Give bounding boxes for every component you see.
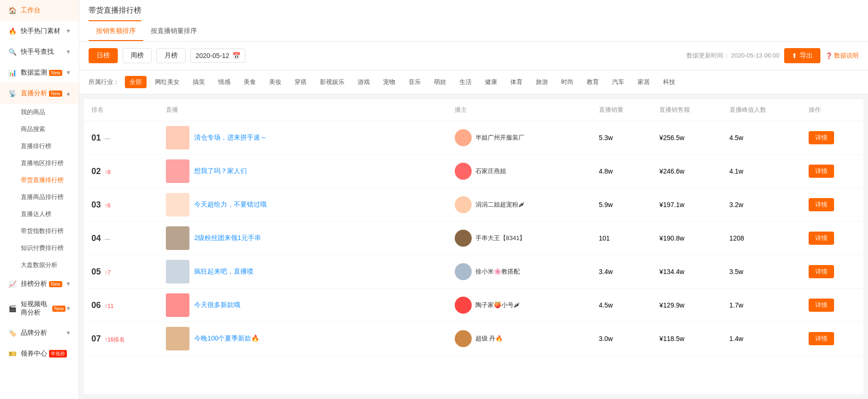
sales-volume-cell: 3.0w <box>591 322 652 356</box>
industry-tag-music[interactable]: 音乐 <box>404 76 426 88</box>
live-title-link[interactable]: 2级粉丝团来领1元手串 <box>194 234 261 242</box>
sidebar-item-short-video[interactable]: 🎬 短视频电商分析 New ▼ <box>0 294 79 323</box>
live-title-link[interactable]: 想我了吗？家人们 <box>194 167 247 175</box>
host-info: 徐小米🌸教搭配 <box>455 263 584 280</box>
industry-tag-beauty[interactable]: 美妆 <box>264 76 286 88</box>
export-button[interactable]: ⬆ 导出 <box>784 48 820 63</box>
industry-tag-fashion2[interactable]: 时尚 <box>557 76 578 88</box>
industry-tag-games[interactable]: 游戏 <box>353 76 375 88</box>
host-info: 涓涓二姐超宠粉🌶 <box>455 196 584 213</box>
live-title-link[interactable]: 今晚100个夏季新款🔥 <box>194 334 259 343</box>
detail-button[interactable]: 详情 <box>809 131 834 144</box>
page-header: 带货直播排行榜 按销售额排序 按直播销量排序 <box>79 0 868 42</box>
industry-tag-pets[interactable]: 宠物 <box>378 76 400 88</box>
sidebar-sub-item-big-data[interactable]: 大盘数据分析 <box>0 257 79 274</box>
industry-tag-tech[interactable]: 科技 <box>658 76 680 88</box>
col-live: 直播 <box>158 99 447 121</box>
sidebar-item-live-analysis[interactable]: 📡 直播分析 New ▲ <box>0 83 79 104</box>
industry-tag-all[interactable]: 全部 <box>125 76 147 88</box>
sub-item-label: 直播达人榜 <box>21 210 51 217</box>
sidebar-sub-item-live-goods-product-rank[interactable]: 直播商品排行榜 <box>0 189 79 206</box>
update-time: 数据更新时间： 2020-05-13 06:00 <box>687 51 779 60</box>
sales-volume-value: 4.8w <box>599 167 613 175</box>
sidebar-sub-item-live-anchor-rank[interactable]: 直播达人榜 <box>0 206 79 223</box>
industry-tag-education[interactable]: 教育 <box>582 76 604 88</box>
date-value: 2020-05-12 <box>196 52 229 59</box>
sub-item-label: 直播排行榜 <box>21 142 51 150</box>
peak-viewers-value: 4.1w <box>729 167 744 175</box>
live-title-link[interactable]: 今天很多新款哦 <box>194 301 240 309</box>
live-title-link[interactable]: 今天超给力，不要错过哦 <box>194 200 267 209</box>
toolbar: 日榜 周榜 月榜 2020-05-12 📅 数据更新时间： 2020-05-13… <box>79 42 868 70</box>
sidebar-item-listing-analysis[interactable]: 📈 挂榜分析 New ▼ <box>0 274 79 294</box>
live-thumbnail <box>166 193 189 216</box>
live-cell: 2级粉丝团来领1元手串 <box>158 222 447 255</box>
sales-amount-cell: ¥118.5w <box>652 322 722 356</box>
col-peak-viewers: 直播峰值人数 <box>722 99 801 121</box>
sidebar-item-hot-material[interactable]: 🔥 快手热门素材 ▼ <box>0 21 79 42</box>
sales-amount-value: ¥246.6w <box>659 167 684 175</box>
detail-button[interactable]: 详情 <box>809 332 834 345</box>
host-avatar <box>455 129 472 146</box>
rank-number: 01 <box>91 133 101 142</box>
industry-tag-internet-beauty[interactable]: 网红美女 <box>150 76 184 88</box>
industry-tag-home[interactable]: 家居 <box>633 76 655 88</box>
period-daily-button[interactable]: 日榜 <box>89 48 118 63</box>
industry-tag-cute[interactable]: 萌娃 <box>429 76 451 88</box>
industry-tag-fashion[interactable]: 穿搭 <box>290 76 311 88</box>
sidebar-sub-item-my-goods[interactable]: 我的商品 <box>0 104 79 121</box>
sidebar-item-brand-analysis[interactable]: 🏷️ 品牌分析 ▼ <box>0 323 79 343</box>
sidebar-sub-item-live-goods-rank[interactable]: 带货直播排行榜 <box>0 172 79 189</box>
live-title-link[interactable]: 清仓专场，进来拼手速～ <box>194 133 267 142</box>
industry-tag-comedy[interactable]: 搞笑 <box>188 76 210 88</box>
peak-viewers-value: 4.5w <box>729 134 744 141</box>
sidebar-sub-item-live-rank[interactable]: 直播排行榜 <box>0 138 79 155</box>
live-title-link[interactable]: 疯狂起来吧，直播喽 <box>194 267 254 276</box>
hot-badge: 年低价 <box>49 350 67 357</box>
sales-amount-cell: ¥197.1w <box>652 188 722 222</box>
period-weekly-button[interactable]: 周榜 <box>123 48 152 63</box>
tab-by-sales-amount[interactable]: 按销售额排序 <box>89 21 143 41</box>
industry-tag-travel[interactable]: 旅游 <box>531 76 553 88</box>
industry-tag-food[interactable]: 美食 <box>239 76 261 88</box>
detail-button[interactable]: 详情 <box>809 299 834 312</box>
live-cell: 今天超给力，不要错过哦 <box>158 188 447 222</box>
sidebar-item-label: 短视频电商分析 <box>21 300 50 317</box>
sales-amount-value: ¥118.5w <box>659 335 684 342</box>
period-monthly-button[interactable]: 月榜 <box>156 48 186 63</box>
tab-by-sales-volume[interactable]: 按直播销量排序 <box>143 21 205 41</box>
rank-cell: 06 ↑11 <box>84 289 158 322</box>
host-avatar <box>455 263 472 280</box>
industry-tag-entertainment[interactable]: 影视娱乐 <box>315 76 349 88</box>
sidebar-sub-item-live-region-rank[interactable]: 直播地区排行榜 <box>0 155 79 172</box>
detail-button[interactable]: 详情 <box>809 265 834 278</box>
detail-button[interactable]: 详情 <box>809 165 834 178</box>
sidebar-item-data-monitor[interactable]: 📊 数据监测 New ▼ <box>0 62 79 83</box>
live-cell: 想我了吗？家人们 <box>158 155 447 188</box>
detail-button[interactable]: 详情 <box>809 232 834 245</box>
sidebar-item-workbench[interactable]: 🏠 工作台 <box>0 0 79 21</box>
sidebar-sub-item-goods-index-rank[interactable]: 带货指数排行榜 <box>0 223 79 240</box>
arrow-icon: ▼ <box>66 330 71 336</box>
detail-button[interactable]: 详情 <box>809 198 834 211</box>
sidebar-item-coupon[interactable]: 🎫 领券中心 年低价 <box>0 343 79 364</box>
industry-tag-emotion[interactable]: 情感 <box>213 76 235 88</box>
industry-tag-auto[interactable]: 汽车 <box>607 76 629 88</box>
host-avatar <box>455 196 472 213</box>
help-button[interactable]: ❓ 数据说明 <box>825 51 859 60</box>
sidebar-sub-item-goods-search[interactable]: 商品搜索 <box>0 121 79 138</box>
rank-number: 02 <box>91 166 101 176</box>
date-picker[interactable]: 2020-05-12 📅 <box>190 49 246 63</box>
sidebar-item-label: 快手号查找 <box>21 48 54 56</box>
peak-viewers-cell: 3.2w <box>722 188 801 222</box>
industry-tag-health[interactable]: 健康 <box>480 76 502 88</box>
industry-tag-life[interactable]: 生活 <box>455 76 476 88</box>
sales-volume-value: 3.0w <box>599 335 613 342</box>
col-action: 操作 <box>801 99 863 121</box>
rank-number: 07 <box>91 334 101 343</box>
tab-bar: 按销售额排序 按直播销量排序 <box>89 21 859 41</box>
sidebar-item-account-search[interactable]: 🔍 快手号查找 ▼ <box>0 42 79 62</box>
sidebar-sub-item-paid-rank[interactable]: 知识付费排行榜 <box>0 240 79 257</box>
industry-tag-sports[interactable]: 体育 <box>506 76 527 88</box>
coupon-icon: 🎫 <box>8 349 17 358</box>
